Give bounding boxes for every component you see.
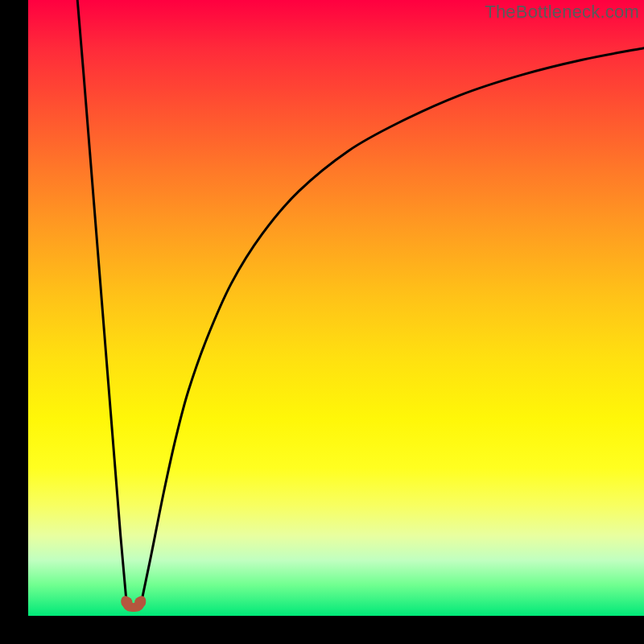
curve-layer <box>28 0 644 616</box>
bottleneck-curve <box>77 0 644 607</box>
chart-frame: TheBottleneck.com <box>28 0 644 616</box>
valley-dot-right <box>134 597 146 608</box>
watermark-text: TheBottleneck.com <box>485 2 639 23</box>
valley-dot-left <box>121 597 132 608</box>
